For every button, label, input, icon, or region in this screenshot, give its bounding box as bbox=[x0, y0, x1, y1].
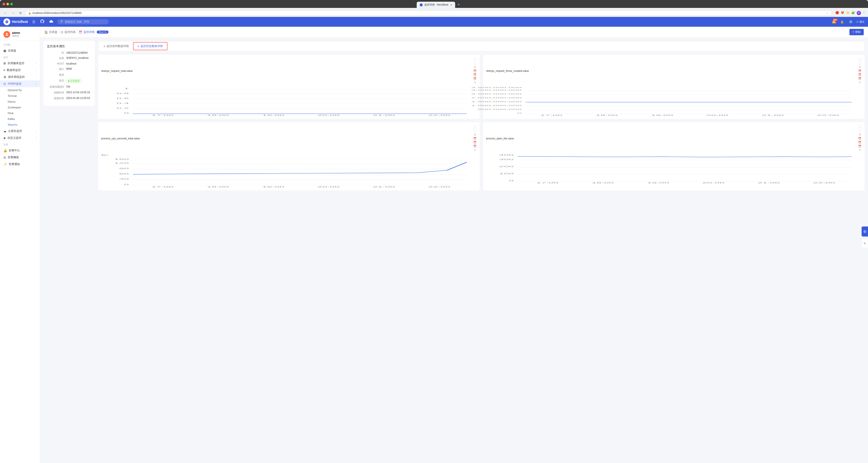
svg-text:17:00: 17:00 bbox=[151, 114, 174, 116]
sidebar-item-label: 数据库监控 bbox=[7, 68, 21, 72]
chart-refresh-btn-1[interactable]: ↻ bbox=[473, 81, 477, 84]
chart-time2-btn-1[interactable]: ⏰ bbox=[473, 73, 477, 77]
chart-actions-3: ⛶ ⛶ ⬇ ⏰ ⏰ ⏰ ↻ bbox=[473, 125, 477, 152]
chart-download-btn-1[interactable]: ⬇ bbox=[473, 65, 477, 69]
exit-icon: ↩ bbox=[857, 20, 859, 23]
sidebar-sub-dynamictp[interactable]: DynamicTp bbox=[0, 87, 40, 93]
chart-download-btn-2[interactable]: ⬇ bbox=[858, 65, 862, 69]
traffic-light-yellow[interactable] bbox=[6, 3, 9, 5]
chart-time-btn-3[interactable]: ⏰ bbox=[473, 137, 477, 140]
ext-icon-4[interactable]: 🧩 bbox=[851, 11, 855, 15]
nav-refresh-btn[interactable]: ↻ bbox=[18, 11, 23, 16]
chart-card-2: shenyu_request_throw_created.value ⛶ ⛶ ⬇… bbox=[483, 55, 865, 119]
chart-time3-btn-1[interactable]: ⏰ bbox=[473, 77, 477, 80]
info-row-id: ID 195232371248640 bbox=[47, 51, 91, 54]
info-label-interval: 采集间隔(秒) bbox=[47, 85, 64, 89]
bookmark-icon[interactable]: ☆ bbox=[826, 11, 829, 15]
chart-time-btn-4[interactable]: ⏰ bbox=[858, 137, 862, 140]
ext-icon-1[interactable]: 🔴 bbox=[835, 11, 839, 15]
sidebar-sub-tomcat[interactable]: Tomcat bbox=[0, 93, 40, 99]
sidebar-sub-kafka[interactable]: Kafka bbox=[0, 116, 40, 122]
address-bar[interactable]: 🔒 localhost:4200/monitors/19523237124864… bbox=[25, 10, 832, 16]
info-label-desc: 描述 bbox=[47, 73, 64, 77]
chart-refresh-btn-3[interactable]: ↻ bbox=[473, 148, 477, 152]
ext-icon-5[interactable]: P bbox=[857, 11, 861, 15]
chart-time-btn-1[interactable]: ⏰ bbox=[473, 69, 477, 73]
help-btn[interactable]: ? 帮助 bbox=[849, 29, 864, 35]
more-icon[interactable]: ⋮ bbox=[863, 11, 865, 15]
chart-time2-btn-3[interactable]: ⏰ bbox=[473, 141, 477, 144]
user-role: 管理员 bbox=[12, 34, 20, 38]
chart-fullscreen-btn-2[interactable]: ⛶ bbox=[858, 58, 862, 61]
sidebar-sub-shenyu[interactable]: ShenYu bbox=[0, 122, 40, 127]
chart-copy-btn-3[interactable]: ⛶ bbox=[473, 129, 477, 133]
search-bar[interactable]: 🔍 bbox=[58, 19, 109, 24]
sidebar-item-cloud-monitor[interactable]: ☁ 云原生监控 › bbox=[0, 127, 40, 135]
monitor-charts-panel: ≡ 监控实时数据详情 ≡ 监控历史图表详情 shenyu_request_tot… bbox=[98, 41, 865, 191]
chart-time3-btn-2[interactable]: ⏰ bbox=[858, 77, 862, 80]
chart-copy-btn-4[interactable]: ⛶ bbox=[858, 129, 862, 133]
sidebar-item-alert-notify[interactable]: ⚡ 告警通知 bbox=[0, 161, 40, 168]
chart-download-btn-3[interactable]: ⬇ bbox=[473, 133, 477, 136]
sidebar-sub-zookeeper[interactable]: Zookeeper bbox=[0, 105, 40, 110]
menu-toggle-btn[interactable]: ☰ bbox=[31, 19, 36, 25]
chart-refresh-btn-4[interactable]: ↻ bbox=[858, 148, 862, 152]
notification-btn[interactable]: 🔔 99+ bbox=[832, 20, 836, 24]
chart-time3-btn-4[interactable]: ⏰ bbox=[858, 145, 862, 148]
svg-text:17:00: 17:00 bbox=[151, 185, 174, 188]
nav-forward-btn[interactable]: → bbox=[10, 11, 16, 16]
info-row-name: 名称 SHENYU_localhost bbox=[47, 56, 91, 60]
settings-btn[interactable]: ⚙️ bbox=[848, 19, 854, 24]
new-tab-btn[interactable]: + bbox=[456, 2, 462, 8]
breadcrumb: 🏠 仪表盘 / ⊡ 监控列表 / ⏰ 监控详情 ShenYu bbox=[44, 30, 108, 34]
lock-btn[interactable]: 🔒 bbox=[839, 19, 845, 24]
breadcrumb-home[interactable]: 仪表盘 bbox=[49, 30, 58, 34]
chart-time2-btn-2[interactable]: ⏰ bbox=[858, 73, 862, 77]
sidebar-sub-nacos[interactable]: Nacos bbox=[0, 99, 40, 105]
sidebar-item-middleware-monitor[interactable]: ⊡ 中间件监控 ∨ bbox=[0, 80, 40, 87]
exit-btn[interactable]: ↩ 退出 bbox=[857, 20, 865, 24]
tab-history[interactable]: ≡ 监控历史图表详情 bbox=[133, 42, 168, 50]
info-label-host: HOST bbox=[47, 62, 64, 65]
chart-fullscreen-btn-4[interactable]: ⛶ bbox=[858, 125, 862, 129]
chart-time-btn-2[interactable]: ⏰ bbox=[858, 69, 862, 73]
sidebar-item-dashboard[interactable]: ▦ 仪表盘 bbox=[0, 47, 40, 54]
chart-fullscreen-btn-1[interactable]: ⛶ bbox=[473, 58, 477, 61]
ext-icon-2[interactable]: 🦊 bbox=[841, 11, 844, 15]
floating-settings-btn[interactable]: ⚙ bbox=[862, 227, 868, 237]
nav-back-btn[interactable]: ← bbox=[3, 11, 8, 16]
sidebar-item-custom-monitor[interactable]: ◈ 自定义监控 › bbox=[0, 135, 40, 141]
github-btn[interactable] bbox=[39, 19, 45, 25]
chart-time2-btn-4[interactable]: ⏰ bbox=[858, 141, 862, 144]
chart-download-btn-4[interactable]: ⬇ bbox=[858, 133, 862, 136]
sidebar-item-alert-center[interactable]: 🔔 告警中心 bbox=[0, 147, 40, 154]
tab-realtime[interactable]: ≡ 监控实时数据详情 bbox=[99, 42, 133, 50]
sidebar-item-db-monitor[interactable]: ≡ 数据库监控 › bbox=[0, 67, 40, 74]
svg-text:300: 300 bbox=[499, 158, 514, 161]
breadcrumb-list[interactable]: 监控列表 bbox=[64, 30, 75, 34]
svg-text:90: 90 bbox=[119, 167, 129, 170]
sidebar-item-app-monitor[interactable]: ⊞ 应用服务监控 › bbox=[0, 60, 40, 67]
sidebar-sub-flink[interactable]: Flink bbox=[0, 110, 40, 116]
ext-icon-3[interactable]: ⭐ bbox=[846, 11, 849, 15]
cloud-icon: ☁ bbox=[3, 129, 6, 133]
svg-text:19:00: 19:00 bbox=[647, 182, 669, 184]
cloud-btn[interactable] bbox=[49, 19, 54, 25]
chart-card-1: shenyu_request_total.value ⛶ ⛶ ⬇ ⏰ ⏰ ⏰ ↻ bbox=[98, 55, 480, 119]
traffic-light-red[interactable] bbox=[3, 3, 5, 5]
chart-fullscreen-btn-3[interactable]: ⛶ bbox=[473, 125, 477, 129]
search-input[interactable] bbox=[65, 20, 106, 23]
browser-tab[interactable]: 监控详情 - HertzBeat × bbox=[417, 2, 455, 8]
traffic-light-green[interactable] bbox=[10, 3, 13, 5]
info-value-name: SHENYU_localhost bbox=[66, 56, 91, 60]
sidebar-item-alert-threshold[interactable]: ◎ 告警阈值 bbox=[0, 154, 40, 161]
chart-copy-btn-2[interactable]: ⛶ bbox=[858, 62, 862, 65]
sidebar-item-os-monitor[interactable]: 🖥 操作系统监控 › bbox=[0, 74, 40, 80]
chart-time3-btn-3[interactable]: ⏰ bbox=[473, 145, 477, 148]
tab-close-btn[interactable]: × bbox=[451, 3, 452, 7]
floating-edit-btn[interactable]: ✎ bbox=[862, 239, 868, 248]
chart-refresh-btn-2[interactable]: ↻ bbox=[858, 81, 862, 84]
address-text: localhost:4200/monitors/195232371248640 bbox=[32, 11, 82, 15]
chart-copy-btn-1[interactable]: ⛶ bbox=[473, 62, 477, 65]
svg-text:22:00: 22:00 bbox=[813, 182, 835, 184]
